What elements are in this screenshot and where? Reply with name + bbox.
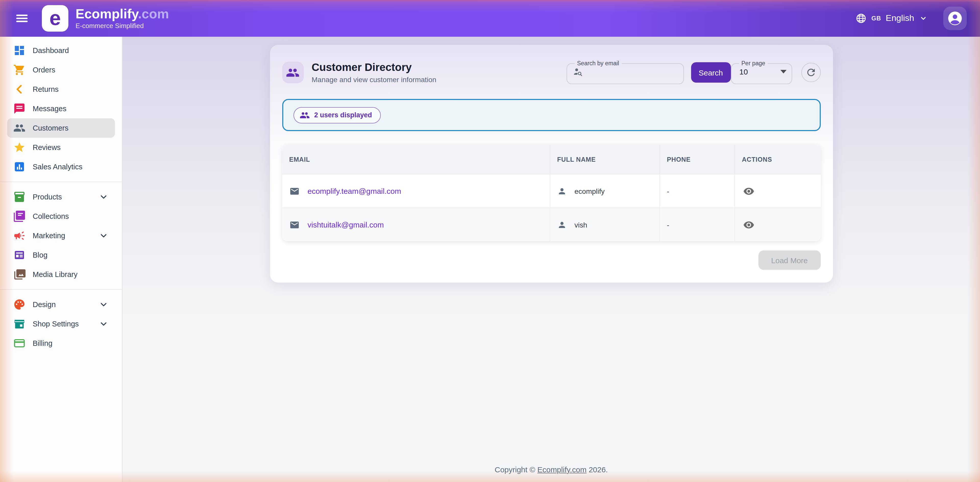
table-row: vishtuitalk@gmail.com vish bbox=[282, 208, 821, 241]
language-label: English bbox=[886, 13, 914, 24]
sidebar-item-customers[interactable]: Customers bbox=[7, 118, 115, 138]
column-header-email: EMAIL bbox=[282, 145, 550, 174]
search-field[interactable]: Search by email bbox=[566, 61, 684, 84]
sidebar-item-billing[interactable]: Billing bbox=[7, 334, 115, 353]
sidebar-item-messages[interactable]: Customers Messages bbox=[7, 99, 115, 118]
person-search-icon bbox=[572, 66, 583, 77]
card-icon-box bbox=[282, 62, 304, 83]
globe-icon bbox=[856, 13, 867, 24]
newspaper-icon bbox=[13, 249, 25, 261]
chevron-down-icon bbox=[99, 300, 109, 309]
search-button[interactable]: Search bbox=[691, 62, 731, 82]
bar-chart-icon bbox=[13, 161, 25, 173]
dashboard-icon bbox=[13, 44, 25, 57]
eye-icon bbox=[743, 186, 754, 197]
collections-icon bbox=[13, 210, 25, 222]
sidebar-item-orders[interactable]: Orders bbox=[7, 60, 115, 79]
brand-tagline: E-commerce Simplified bbox=[76, 22, 169, 30]
users-count-text: 2 users displayed bbox=[314, 111, 372, 119]
logo-letter: e bbox=[49, 7, 61, 28]
sidebar-item-design[interactable]: Design bbox=[7, 295, 115, 314]
column-header-actions: ACTIONS bbox=[735, 145, 821, 174]
chevron-left-icon bbox=[13, 83, 25, 95]
people-icon bbox=[299, 110, 310, 120]
sidebar-item-media-library[interactable]: Media Library bbox=[7, 265, 115, 284]
sidebar-item-products[interactable]: Products bbox=[7, 187, 115, 206]
app: e Ecomplify.com E-commerce Simplified GB… bbox=[0, 0, 980, 482]
star-icon bbox=[13, 141, 25, 154]
customer-name: ecomplify bbox=[574, 187, 605, 195]
customer-phone: - bbox=[660, 174, 735, 208]
palette-icon bbox=[13, 298, 25, 311]
footer-brand-link[interactable]: Ecomplify.com bbox=[537, 465, 587, 474]
brand-title: Ecomplify.com bbox=[76, 7, 169, 21]
customer-email[interactable]: vishtuitalk@gmail.com bbox=[307, 220, 384, 229]
per-page-select[interactable]: Per page 10 bbox=[731, 61, 792, 84]
per-page-label: Per page bbox=[739, 61, 768, 67]
main-content: Customer Directory Manage and view custo… bbox=[123, 37, 980, 482]
person-icon bbox=[557, 186, 566, 196]
sidebar: Dashboard Orders Returns bbox=[0, 37, 123, 482]
load-more-button[interactable]: Load More bbox=[759, 251, 821, 270]
person-icon bbox=[557, 220, 566, 229]
app-header: e Ecomplify.com E-commerce Simplified GB… bbox=[0, 0, 980, 37]
chevron-down-icon bbox=[99, 230, 109, 241]
table-row: ecomplify.team@gmail.com ecomplify bbox=[282, 174, 821, 208]
brand: e Ecomplify.com E-commerce Simplified bbox=[42, 5, 169, 32]
view-customer-button[interactable] bbox=[742, 184, 755, 198]
chevron-down-icon bbox=[99, 319, 109, 329]
account-icon bbox=[947, 10, 963, 27]
eye-icon bbox=[743, 219, 754, 230]
chevron-down-icon bbox=[919, 14, 928, 23]
users-count-chip: 2 users displayed bbox=[293, 107, 381, 123]
storefront-icon bbox=[13, 318, 25, 330]
chat-icon bbox=[13, 103, 25, 115]
column-header-full-name: FULL NAME bbox=[550, 145, 660, 174]
refresh-button[interactable] bbox=[801, 63, 821, 82]
box-icon bbox=[13, 191, 25, 203]
refresh-icon bbox=[805, 67, 816, 78]
sidebar-item-sales-analytics[interactable]: Sales Analytics bbox=[7, 157, 115, 176]
column-header-phone: PHONE bbox=[660, 145, 735, 174]
customer-phone: - bbox=[660, 208, 735, 241]
sidebar-divider bbox=[0, 182, 122, 182]
sidebar-item-marketing[interactable]: Marketing bbox=[7, 226, 115, 245]
photo-library-icon bbox=[13, 268, 25, 281]
sidebar-item-reviews[interactable]: Reviews bbox=[7, 138, 115, 157]
dropdown-arrow-icon bbox=[780, 70, 786, 73]
search-field-label: Search by email bbox=[574, 61, 622, 67]
per-page-value: 10 bbox=[739, 67, 748, 76]
customer-name: vish bbox=[574, 220, 587, 229]
sidebar-item-dashboard[interactable]: Dashboard bbox=[7, 41, 115, 60]
chevron-down-icon bbox=[99, 192, 109, 202]
language-selector[interactable]: GB English bbox=[853, 11, 930, 26]
users-displayed-banner: 2 users displayed bbox=[282, 99, 821, 131]
customers-table: EMAIL FULL NAME PHONE ACTIONS bbox=[282, 145, 821, 241]
language-code: GB bbox=[871, 15, 881, 22]
cart-icon bbox=[13, 64, 25, 76]
hamburger-icon bbox=[15, 12, 29, 25]
people-icon bbox=[13, 122, 25, 134]
page-subtitle: Manage and view customer information bbox=[312, 76, 436, 83]
search-input[interactable] bbox=[588, 67, 672, 76]
envelope-icon bbox=[289, 220, 299, 230]
view-customer-button[interactable] bbox=[742, 218, 755, 231]
table-header-row: EMAIL FULL NAME PHONE ACTIONS bbox=[282, 145, 821, 174]
sidebar-divider bbox=[0, 289, 122, 290]
customer-directory-card: Customer Directory Manage and view custo… bbox=[270, 45, 833, 282]
envelope-icon bbox=[289, 186, 299, 196]
customer-email[interactable]: ecomplify.team@gmail.com bbox=[307, 187, 401, 195]
sidebar-item-returns[interactable]: Returns bbox=[7, 79, 115, 99]
megaphone-icon bbox=[13, 230, 25, 242]
copyright-footer: Copyright © Ecomplify.com 2026. bbox=[123, 465, 980, 482]
credit-card-icon bbox=[13, 337, 25, 349]
people-icon bbox=[286, 65, 300, 79]
sidebar-item-shop-settings[interactable]: Shop Settings bbox=[7, 314, 115, 334]
page-title: Customer Directory bbox=[312, 62, 436, 73]
avatar[interactable] bbox=[943, 6, 967, 30]
brand-logo: e bbox=[42, 5, 68, 32]
sidebar-item-blog[interactable]: Blog bbox=[7, 245, 115, 265]
menu-button[interactable] bbox=[13, 10, 30, 27]
sidebar-item-collections[interactable]: Collections bbox=[7, 206, 115, 226]
